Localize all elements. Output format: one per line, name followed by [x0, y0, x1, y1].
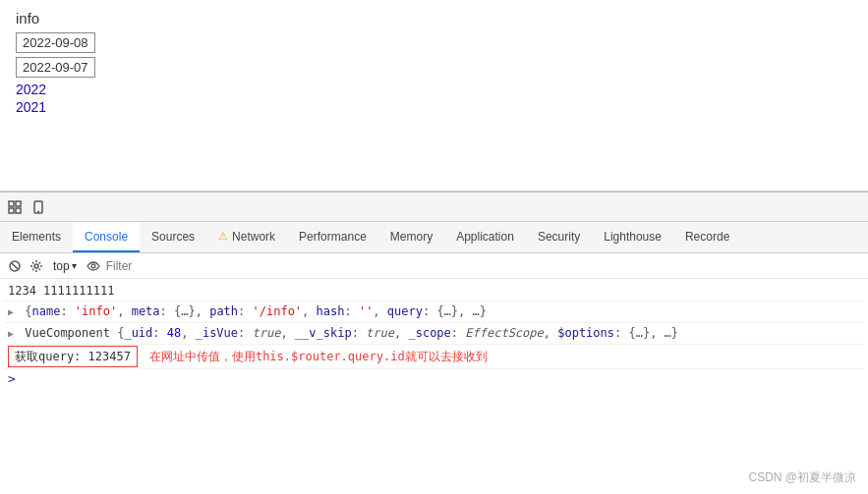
highlight-query-box: 获取query: 123457 — [8, 346, 138, 367]
year-link-2022[interactable]: 2022 — [16, 82, 852, 97]
date-box-2[interactable]: 2022-09-07 — [16, 57, 95, 78]
svg-rect-0 — [9, 201, 14, 206]
console-toolbar: top ▾ — [0, 253, 868, 279]
mobile-toggle-button[interactable] — [28, 196, 49, 218]
tab-memory[interactable]: Memory — [378, 222, 444, 252]
csdn-footer: CSDN @初夏半微凉 — [748, 469, 856, 486]
tab-security[interactable]: Security — [526, 222, 592, 252]
svg-point-8 — [34, 264, 38, 268]
tab-lighthouse[interactable]: Lighthouse — [592, 222, 673, 252]
inspect-element-button[interactable] — [4, 196, 26, 218]
svg-point-9 — [91, 264, 95, 268]
devtools-tab-bar: Elements Console Sources ⚠ Network Perfo… — [0, 222, 868, 253]
tab-sources[interactable]: Sources — [140, 222, 206, 252]
tab-elements[interactable]: Elements — [0, 222, 73, 252]
tab-recorder[interactable]: Recorde — [673, 222, 741, 252]
filter-input[interactable] — [106, 256, 862, 276]
console-text-1: 1234 1111111111 — [8, 284, 114, 298]
comment-text: 在网址中传值，使用this.$router.query.id就可以去接收到 — [149, 348, 488, 365]
console-line-3[interactable]: ▶ VueComponent {_uid: 48, _isVue: true, … — [4, 323, 864, 345]
console-line-4: 获取query: 123457 在网址中传值，使用this.$router.qu… — [4, 345, 864, 369]
eye-button[interactable] — [85, 257, 102, 275]
console-line-2[interactable]: ▶ {name: 'info', meta: {…}, path: '/info… — [4, 302, 864, 323]
devtools-topbar — [0, 192, 868, 222]
devtools-panel: Elements Console Sources ⚠ Network Perfo… — [0, 192, 868, 494]
clear-console-button[interactable] — [6, 257, 24, 275]
context-label: top — [53, 259, 70, 273]
page-title: info — [16, 10, 852, 27]
console-line-1: 1234 1111111111 — [4, 281, 864, 302]
expand-icon-1[interactable]: ▶ — [8, 306, 14, 317]
chevron-down-icon: ▾ — [72, 260, 77, 271]
console-prompt[interactable]: > — [4, 369, 864, 388]
console-text-2: {name: 'info', meta: {…}, path: '/info',… — [25, 304, 487, 318]
tab-application[interactable]: Application — [444, 222, 526, 252]
context-selector[interactable]: top ▾ — [49, 256, 81, 276]
tab-performance[interactable]: Performance — [287, 222, 378, 252]
svg-rect-2 — [9, 208, 14, 213]
network-warning-icon: ⚠ — [218, 230, 228, 243]
console-output: 1234 1111111111 ▶ {name: 'info', meta: {… — [0, 279, 868, 494]
console-settings-button[interactable] — [28, 257, 45, 275]
page-content: info 2022-09-08 2022-09-07 2022 2021 — [0, 0, 868, 192]
year-link-2021[interactable]: 2021 — [16, 99, 852, 115]
date-box-1[interactable]: 2022-09-08 — [16, 32, 95, 53]
svg-rect-3 — [16, 208, 21, 213]
tab-network[interactable]: ⚠ Network — [206, 222, 287, 252]
svg-rect-1 — [16, 201, 21, 206]
tab-console[interactable]: Console — [73, 222, 140, 252]
console-text-3: VueComponent {_uid: 48, _isVue: true, __… — [25, 326, 678, 340]
svg-line-7 — [12, 263, 18, 269]
expand-icon-2[interactable]: ▶ — [8, 328, 14, 339]
